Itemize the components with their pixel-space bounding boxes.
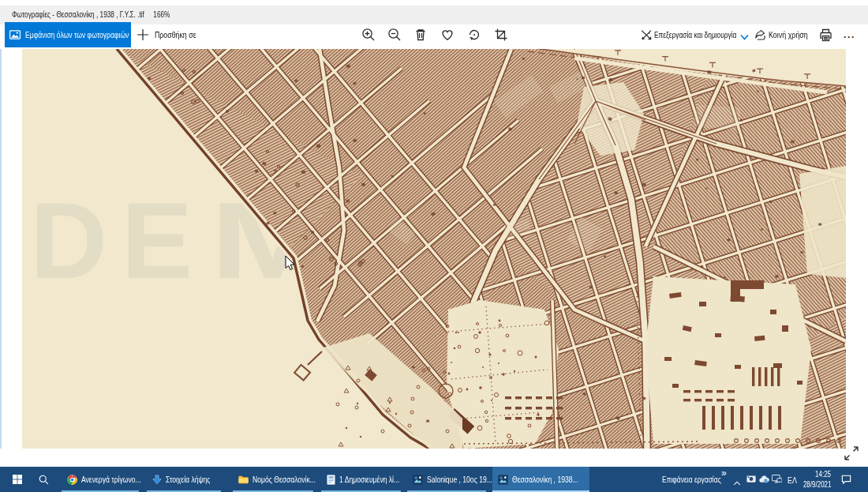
svg-text:D: D <box>30 179 107 301</box>
svg-text:E: E <box>122 179 193 301</box>
